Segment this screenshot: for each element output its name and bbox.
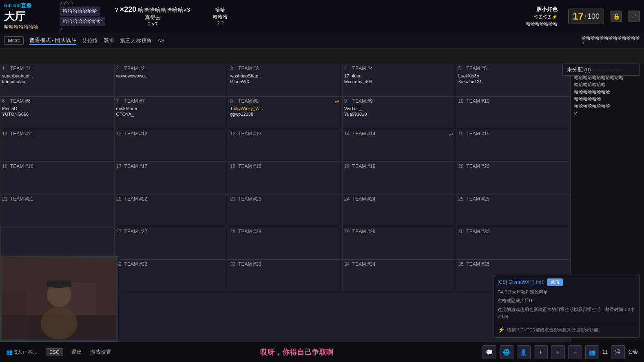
team-cell-25[interactable]: 25 TEAM #25 — [456, 194, 571, 227]
team-header-18: 18 TEAM #18 — [230, 163, 341, 169]
team-cell-27[interactable]: 27 TEAM #27 — [115, 227, 229, 260]
team-cell-28[interactable]: 28 TEAM #28 — [228, 227, 343, 260]
team-cell-16[interactable]: 16 TEAM #16 — [0, 162, 115, 194]
online-notification-row: [CS] GloriaWX已上线 邀请 — [498, 278, 635, 286]
add-friend-btn[interactable]: + — [534, 345, 548, 359]
lock-icon[interactable]: 🔒 — [611, 11, 622, 22]
nav-item-map[interactable]: 艾伦格 — [82, 37, 98, 44]
player-name: ViviTnT_ — [344, 106, 455, 111]
team-header-20: 20 TEAM #20 — [458, 163, 569, 169]
team-cell-18[interactable]: 18 TEAM #18 — [228, 162, 343, 194]
player-name: misf0rtune- — [116, 106, 227, 111]
add-btn-3[interactable]: + — [568, 345, 582, 359]
team-header-14: 14 TEAM #14 — [344, 131, 455, 137]
level-badge: 17 / 100 — [568, 9, 604, 24]
team-header-6: 6 TEAM #6 — [2, 98, 113, 104]
emote-section-1: ? ×220 哈哈哈哈哈哈哈哈×3 真得去 ? ×7 — [112, 5, 193, 27]
team-cell-32[interactable]: 32 TEAM #32 — [115, 260, 229, 292]
team-header-1: 1 TEAM #1 — [2, 66, 113, 71]
right-chat-section: 哈哈 哈哈哈 ? ? — [200, 7, 241, 26]
transfer-mode-icon[interactable]: ⇌ — [629, 11, 640, 22]
team-cell-30[interactable]: 30 TEAM #30 — [456, 227, 571, 260]
online-text: [CS] GloriaWX已上线 — [498, 279, 544, 286]
team-header-23: 23 TEAM #23 — [230, 196, 341, 202]
team-cell-9[interactable]: 9 TEAM #9 ViviTnT_Yua991010 — [343, 97, 457, 129]
player-name: MimiaD — [2, 106, 113, 111]
nav-item-perspective[interactable]: 第三人称视角 — [120, 37, 152, 44]
team-header-16: 16 TEAM #16 — [2, 163, 113, 169]
friends-icon-btn[interactable]: 👥 — [585, 345, 599, 359]
mcc-label[interactable]: MCC — [4, 36, 24, 45]
team-cell-5[interactable]: 5 TEAM #5 LuoliXio3oXiaoJue121 — [456, 64, 571, 97]
team-cell-17[interactable]: 17 TEAM #17 — [115, 162, 229, 194]
svg-point-5 — [41, 307, 77, 340]
team-cell-12[interactable]: 12 TEAM #12 — [115, 129, 229, 162]
player-name: Mccarthy_404 — [344, 79, 455, 84]
team-header-29: 29 TEAM #29 — [344, 229, 455, 234]
player-count-badge: 11 — [602, 349, 608, 355]
team-cell-23[interactable]: 23 TEAM #23 — [228, 194, 343, 227]
team-cell-7[interactable]: 7 TEAM #7 misf0rtune-OTOYA_ — [115, 97, 229, 129]
team-header-25: 25 TEAM #25 — [458, 196, 569, 202]
team-cell-22[interactable]: 22 TEAM #22 — [115, 194, 229, 227]
team-cell-10[interactable]: 10 TEAM #10 — [456, 97, 571, 129]
team-header-19: 19 TEAM #19 — [344, 163, 455, 169]
exit-label[interactable]: 退出 — [71, 349, 82, 356]
player-name: superbaobaol... — [2, 73, 113, 79]
team-header-24: 24 TEAM #24 — [344, 196, 455, 202]
nav-item-server[interactable]: AS — [157, 38, 164, 44]
header-top-row: bili bili直播 大厅 哈哈哈哈哈哈哈 ? ? ? ? 哈哈哈哈哈哈哈 哈… — [0, 0, 644, 33]
team-cell-8[interactable]: 8 TEAM #8 TinkyWinky_W...ggwp12138⇌ — [228, 97, 343, 129]
team-header-22: 22 TEAM #22 — [116, 196, 227, 202]
avatar-icon-btn[interactable]: 👤 — [517, 345, 531, 359]
bottom-bar: 👥 5人正在... ESC 退出 游戏设置 哎呀，你得自己争取啊 💬 🌐 👤 +… — [0, 342, 644, 362]
team-cell-14[interactable]: 14 TEAM #14 ⇌ — [343, 129, 457, 162]
settings-label[interactable]: 游戏设置 — [90, 349, 111, 356]
team-cell-3[interactable]: 3 TEAM #3 woshtiaoShag...GloriaWX — [228, 64, 343, 97]
streamer-subtitle: 哈哈哈哈哈哈哈 — [4, 24, 53, 31]
guild-icon-btn[interactable]: 🏛 — [611, 345, 625, 359]
team-cell-34[interactable]: 34 TEAM #34 — [343, 260, 457, 292]
team-header-17: 17 TEAM #17 — [116, 163, 227, 169]
team-cell-24[interactable]: 24 TEAM #24 — [343, 194, 457, 227]
globe-icon-btn[interactable]: 🌐 — [500, 345, 513, 359]
player-name: XiaoJue121 — [458, 79, 569, 84]
team-header-11: 11 TEAM #11 — [2, 131, 113, 137]
player-name: Yua991010 — [344, 111, 455, 117]
player-name: TinkyWinky_W... — [230, 106, 341, 111]
guild-label: 公会 — [628, 349, 638, 355]
team-cell-4[interactable]: 4 TEAM #4 17_4uuuMccarthy_404 — [343, 64, 457, 97]
team-header-5: 5 TEAM #5 — [458, 66, 569, 71]
team-cell-6[interactable]: 6 TEAM #6 MimiaDYUTONG666 — [0, 97, 115, 129]
team-header-10: 10 TEAM #10 — [458, 98, 569, 104]
chat-hint-text: 请按下ENTER键或点击聊天框来开启聊天功能。 — [507, 327, 603, 333]
tip-space: 空格键隐藏大厅UI — [498, 297, 635, 305]
team-cell-19[interactable]: 19 TEAM #19 — [343, 162, 457, 194]
esc-button[interactable]: ESC — [46, 348, 63, 356]
team-cell-29[interactable]: 29 TEAM #29 — [343, 227, 457, 260]
team-cell-2[interactable]: 2 TEAM #2 wowowowowo... — [115, 64, 229, 97]
team-cell-13[interactable]: 13 TEAM #13 — [228, 129, 343, 162]
team-header-7: 7 TEAM #7 — [116, 98, 227, 104]
team-cell-21[interactable]: 21 TEAM #21 — [0, 194, 115, 227]
team-cell-null[interactable] — [0, 227, 115, 260]
team-header-12: 12 TEAM #12 — [116, 131, 227, 137]
bottom-icons: 💬 🌐 👤 + + + 👥 11 🏛 公会 — [482, 345, 638, 359]
nav-right-chat: 哈哈哈哈哈哈哈哈哈哈哈哈哈 ? — [582, 35, 640, 46]
team-header-2: 2 TEAM #2 — [116, 66, 227, 71]
team-cell-11[interactable]: 11 TEAM #11 — [0, 129, 115, 162]
chat-icon-btn[interactable]: 💬 — [482, 345, 496, 359]
nav-item-mode[interactable]: 普通模式 - 团队战斗 — [29, 37, 77, 45]
team-cell-15[interactable]: 15 TEAM #15 — [456, 129, 571, 162]
tip-health: 过度的游戏使用会影响正常的日常生活以及日常生活，登录时间：2小时6分 — [498, 306, 635, 320]
user-section: 胆小好色 你去你去⚡ 哈哈哈哈哈哈哈 — [526, 6, 558, 27]
nav-item-squad[interactable]: 双排 — [104, 37, 114, 44]
invite-button[interactable]: 邀请 — [547, 278, 563, 286]
add-btn-2[interactable]: + — [551, 345, 565, 359]
people-icon: 👥 — [6, 349, 13, 355]
players-online-text: 5人正在... — [14, 349, 38, 356]
team-cell-20[interactable]: 20 TEAM #20 — [456, 162, 571, 194]
team-cell-1[interactable]: 1 TEAM #1 superbaobaol...fate-xiaolao... — [0, 64, 115, 97]
team-cell-33[interactable]: 33 TEAM #33 — [228, 260, 343, 292]
chat-bubble-1: ? ? ? ? 哈哈哈哈哈哈哈 哈哈哈哈哈哈哈哈 ? — [60, 1, 105, 32]
